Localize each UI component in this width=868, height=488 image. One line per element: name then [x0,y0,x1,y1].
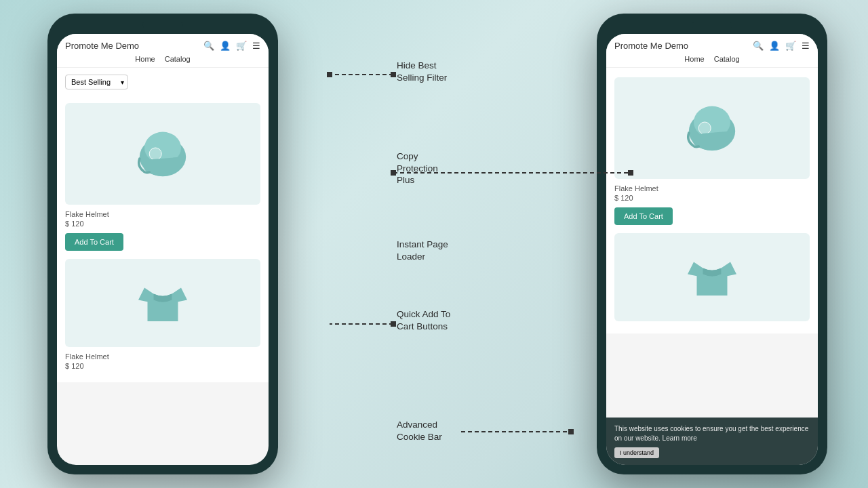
left-helmet-image [65,103,260,205]
best-selling-filter-select[interactable]: Best Selling [65,75,128,89]
right-helmet-image [614,77,810,179]
left-product-1-name: Flake Helmet [65,210,260,218]
helmet-svg-right [682,98,743,159]
left-phone-notch [142,22,183,28]
cookie-understand-button[interactable]: I understand [614,447,659,458]
helmet-svg-left [132,123,193,184]
left-store-icons: 🔍 👤 🛒 ☰ [203,41,260,51]
right-product-list: Flake Helmet $ 120 Add To Cart [606,68,818,333]
tshirt-svg-right [682,247,743,308]
left-nav-catalog[interactable]: Catalog [165,55,191,63]
right-store-header: Promote Me Demo 🔍 👤 🛒 ☰ Home Catalog [606,34,818,68]
left-phone: Promote Me Demo 🔍 👤 🛒 ☰ Home Catalog [47,14,278,474]
svg-point-5 [698,122,711,134]
left-product-1-price: $ 120 [65,220,260,228]
left-filter-bar: Best Selling [57,68,269,96]
arrow-quick-add-dot [391,321,396,327]
right-store-nav: Home Catalog [614,55,810,63]
arrow-copy-left-dot [391,170,396,176]
cart-icon[interactable]: 🛒 [236,41,247,51]
right-phone-screen: Promote Me Demo 🔍 👤 🛒 ☰ Home Catalog [606,34,818,465]
right-add-to-cart-btn[interactable]: Add To Cart [614,207,673,225]
right-search-icon[interactable]: 🔍 [753,41,764,51]
right-product-2 [614,233,810,327]
left-product-list: Flake Helmet $ 120 Add To Cart Flake Hel… [57,96,269,382]
left-product-2-name: Flake Helmet [65,352,260,361]
right-user-icon[interactable]: 👤 [769,41,780,51]
left-store-nav: Home Catalog [65,55,260,63]
right-store-icons: 🔍 👤 🛒 ☰ [753,41,810,51]
right-tshirt-image [614,233,810,321]
label-advanced-cookie-bar: Advanced Cookie Bar [397,419,442,443]
user-icon[interactable]: 👤 [220,41,231,51]
right-nav-home[interactable]: Home [684,55,704,63]
left-tshirt-image [65,259,260,347]
cookie-text: This website uses cookies to ensure you … [614,424,810,443]
left-store-header: Promote Me Demo 🔍 👤 🛒 ☰ Home Catalog [57,34,269,68]
right-phone: Promote Me Demo 🔍 👤 🛒 ☰ Home Catalog [597,14,827,474]
right-product-1: Flake Helmet $ 120 Add To Cart [614,77,810,225]
left-product-2-price: $ 120 [65,362,260,370]
left-phone-screen: Promote Me Demo 🔍 👤 🛒 ☰ Home Catalog [57,34,269,465]
right-nav-catalog[interactable]: Catalog [714,55,740,63]
left-store-title: Promote Me Demo [65,41,139,51]
arrow-cookie-dot [568,429,574,434]
label-hide-best-selling: Hide Best Selling Filter [397,60,447,83]
label-instant-page-loader: Instant Page Loader [397,239,448,262]
right-menu-icon[interactable]: ☰ [802,41,810,51]
best-selling-filter-wrapper[interactable]: Best Selling [65,75,128,89]
left-nav-home[interactable]: Home [135,55,155,63]
left-add-to-cart-btn[interactable]: Add To Cart [65,233,123,251]
cookie-bar: This website uses cookies to ensure you … [606,418,818,465]
right-product-1-name: Flake Helmet [614,184,810,192]
label-copy-protection: Copy Protection Plus [397,150,438,186]
right-store-title: Promote Me Demo [614,41,688,51]
right-product-1-price: $ 120 [614,194,810,202]
tshirt-svg-left [132,272,193,333]
right-cart-icon[interactable]: 🛒 [785,41,796,51]
menu-icon[interactable]: ☰ [252,41,260,51]
arrow-hide-best-selling-dot [391,72,396,77]
svg-point-2 [149,148,161,160]
search-icon[interactable]: 🔍 [203,41,214,51]
right-phone-notch [692,22,732,28]
label-quick-add-to-cart: Quick Add To Cart Buttons [397,308,450,332]
left-product-2: Flake Helmet $ 120 [65,259,260,375]
left-product-1: Flake Helmet $ 120 Add To Cart [65,103,260,251]
